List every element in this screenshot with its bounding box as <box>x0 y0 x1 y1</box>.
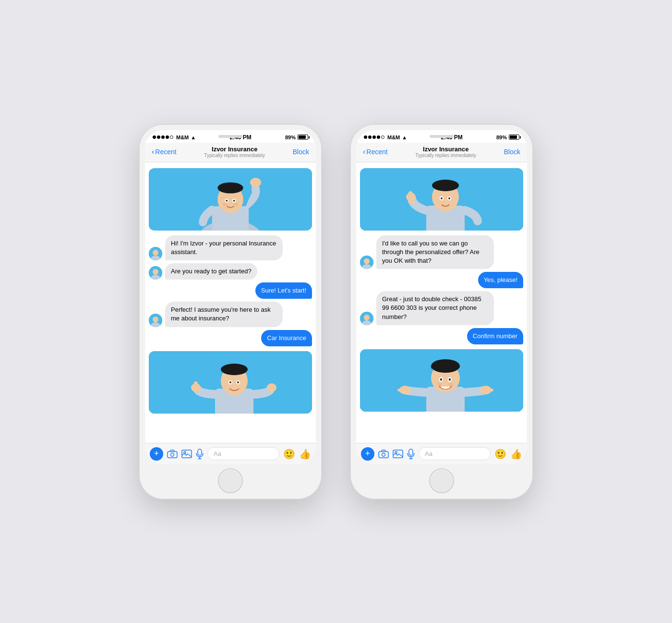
hero-image-2 <box>149 351 312 414</box>
text-input-1[interactable]: Aa <box>207 447 279 460</box>
bot-avatar-1 <box>149 247 162 260</box>
back-label-1: Recent <box>155 148 176 156</box>
plus-button-2[interactable]: + <box>361 447 374 461</box>
status-left-2: M&M ▲ <box>364 134 407 140</box>
bubble-text: Are you ready to get started? <box>171 268 252 275</box>
svg-point-69 <box>449 383 454 386</box>
signal-dot <box>368 135 372 139</box>
user-bubble: Sure! Let's start! <box>255 282 312 299</box>
svg-point-54 <box>364 315 370 320</box>
camera-button-2[interactable] <box>378 450 389 458</box>
back-button-1[interactable]: ‹ Recent <box>152 148 177 156</box>
plus-button-1[interactable]: + <box>150 447 163 461</box>
bot-avatar-p2-1 <box>360 256 373 269</box>
chevron-icon-2: ‹ <box>363 148 365 156</box>
svg-point-33 <box>171 453 174 456</box>
signal-dot <box>377 135 380 139</box>
svg-point-4 <box>217 182 243 193</box>
svg-point-66 <box>440 379 442 381</box>
signal-dot <box>372 135 376 139</box>
svg-rect-44 <box>408 191 412 197</box>
message-row: Perfect! I assume you're here to ask me … <box>145 302 316 327</box>
signal-dots-2 <box>364 135 384 139</box>
svg-rect-45 <box>408 201 415 204</box>
phones-container: M&M ▲ 2:46 PM 89% ‹ Recent <box>139 96 533 528</box>
back-label-2: Recent <box>366 148 387 156</box>
photo-button-1[interactable] <box>181 450 192 458</box>
chat-subtitle-2: Typically replies immediately <box>415 153 476 158</box>
emoji-button-1[interactable]: 🙂 <box>283 448 295 460</box>
bot-bubble: I'd like to call you so we can go throug… <box>376 235 494 269</box>
hero-image-1 <box>149 168 312 231</box>
back-button-2[interactable]: ‹ Recent <box>363 148 388 156</box>
battery-icon-1 <box>298 134 308 140</box>
like-button-2[interactable]: 👍 <box>510 448 522 460</box>
svg-point-49 <box>448 197 450 199</box>
bubble-text: I'd like to call you so we can go throug… <box>382 240 480 264</box>
svg-rect-26 <box>194 381 198 389</box>
battery-percent-2: 89% <box>496 134 507 140</box>
phone-1: M&M ▲ 2:46 PM 89% ‹ Recent <box>139 124 322 499</box>
battery-body-1 <box>298 134 308 140</box>
hero-image-4 <box>360 349 523 412</box>
svg-point-31 <box>237 381 239 383</box>
phone-2-screen: M&M ▲ 2:46 PM 89% ‹ Recent <box>356 130 527 464</box>
battery-percent-1: 89% <box>285 134 296 140</box>
carrier-name-1: M&M <box>176 134 189 140</box>
nav-bar-2: ‹ Recent Izvor Insurance Typically repli… <box>356 143 527 162</box>
battery-fill-1 <box>299 135 306 139</box>
bot-avatar-2 <box>149 266 162 280</box>
chat-area-2: I'd like to call you so we can go throug… <box>356 162 527 443</box>
signal-dot <box>166 135 169 139</box>
user-bubble: Car Insurance <box>261 330 312 346</box>
nav-bar-1: ‹ Recent Izvor Insurance Typically repli… <box>145 143 316 162</box>
photo-button-2[interactable] <box>393 450 403 458</box>
signal-dot-empty <box>381 135 384 139</box>
svg-point-27 <box>267 383 276 392</box>
status-left-1: M&M ▲ <box>153 134 196 140</box>
chat-title-1: Izvor Insurance <box>204 146 265 153</box>
mic-button-1[interactable] <box>196 449 204 459</box>
bubble-text: Hi! I'm Izvor - your personal Insurance … <box>171 240 276 256</box>
chat-area-1: Hi! I'm Izvor - your personal Insurance … <box>145 162 316 443</box>
camera-button-1[interactable] <box>167 450 178 458</box>
bubble-text: Yes, please! <box>484 276 517 283</box>
battery-body-2 <box>509 134 519 140</box>
battery-icon-2 <box>509 134 519 140</box>
message-row: Great - just to double check - 00385 99 … <box>356 291 527 325</box>
status-bar-1: M&M ▲ 2:46 PM 89% <box>145 130 316 143</box>
svg-point-67 <box>449 379 451 381</box>
bot-bubble: Perfect! I assume you're here to ask me … <box>165 302 283 327</box>
bubble-text: Confirm number <box>473 332 517 340</box>
confirm-number-bubble[interactable]: Confirm number <box>467 328 523 344</box>
mic-button-2[interactable] <box>407 449 415 459</box>
phone-1-screen: M&M ▲ 2:46 PM 89% ‹ Recent <box>145 130 316 464</box>
svg-rect-70 <box>379 452 388 458</box>
bot-avatar-3 <box>149 314 162 327</box>
emoji-button-2[interactable]: 🙂 <box>494 448 506 460</box>
bot-bubble: Are you ready to get started? <box>165 263 257 280</box>
svg-rect-61 <box>397 389 406 391</box>
nav-center-1: Izvor Insurance Typically replies immedi… <box>204 146 265 158</box>
block-button-1[interactable]: Block <box>293 148 309 156</box>
user-bubble: Yes, please! <box>478 272 523 288</box>
svg-rect-32 <box>168 452 177 458</box>
status-right-1: 89% <box>285 134 308 140</box>
svg-rect-74 <box>409 449 413 455</box>
block-button-2[interactable]: Block <box>504 148 520 156</box>
chat-title-2: Izvor Insurance <box>415 146 476 153</box>
signal-dots-1 <box>153 135 173 139</box>
svg-point-71 <box>382 453 385 456</box>
svg-point-16 <box>153 269 158 275</box>
wifi-icon-1: ▲ <box>191 134 196 140</box>
nav-center-2: Izvor Insurance Typically replies immedi… <box>415 146 476 158</box>
svg-point-9 <box>233 199 235 201</box>
message-row: Sure! Let's start! <box>145 282 316 299</box>
bubble-text: Car Insurance <box>267 334 306 342</box>
like-button-1[interactable]: 👍 <box>299 448 311 460</box>
battery-fill-2 <box>510 135 517 139</box>
svg-point-13 <box>153 250 158 256</box>
text-input-2[interactable]: Aa <box>419 447 491 460</box>
message-row: Car Insurance <box>145 330 316 346</box>
chat-subtitle-1: Typically replies immediately <box>204 153 265 158</box>
